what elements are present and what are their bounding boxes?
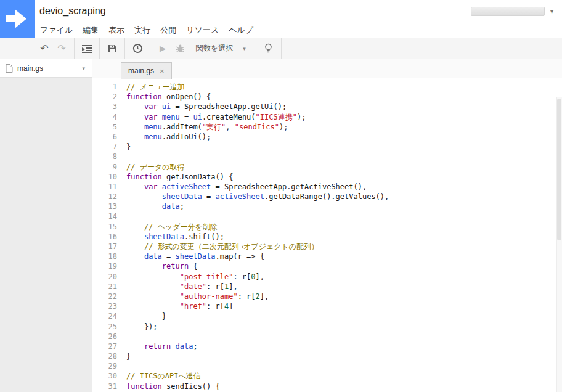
line-number: 30 <box>92 371 117 381</box>
run-icon: ▶ <box>160 44 166 53</box>
line-number: 18 <box>92 251 117 261</box>
code-line: "author-name": r[2], <box>126 292 553 301</box>
tab-close-icon[interactable]: × <box>160 67 165 76</box>
code-line: }); <box>126 322 553 332</box>
scrollbar-thumb[interactable] <box>557 99 561 240</box>
tab-label: main.gs <box>128 67 154 75</box>
code-editor[interactable]: 1234567891011121314151617181920212223242… <box>92 78 562 392</box>
menu-help[interactable]: ヘルプ <box>224 22 258 38</box>
code-line: // 形式の変更（二次元配列→オブジェクトの配列） <box>126 242 553 251</box>
line-number: 19 <box>92 261 117 271</box>
hint-button[interactable] <box>260 40 277 57</box>
undo-icon: ↶ <box>40 43 48 54</box>
file-icon <box>6 64 13 73</box>
code-line: "post-title": r[0], <box>126 272 553 282</box>
code-line: "date": r[1], <box>126 282 553 292</box>
line-number: 29 <box>92 361 117 371</box>
apps-script-editor: devio_scraping ファイル 編集 表示 実行 公開 リソース ヘルプ… <box>0 0 562 392</box>
code-line: var menu = ui.createMenu("IICS連携"); <box>126 112 553 122</box>
menu-file[interactable]: ファイル <box>35 22 78 38</box>
file-menu-caret-icon[interactable]: ▾ <box>81 64 86 73</box>
line-number: 17 <box>92 242 117 251</box>
line-number: 5 <box>92 122 117 132</box>
lightbulb-icon <box>264 43 272 54</box>
menu-bar: ファイル 編集 表示 実行 公開 リソース ヘルプ <box>35 22 258 38</box>
line-number: 14 <box>92 211 117 221</box>
code-line: data = sheetData.map(r => { <box>126 251 553 261</box>
sidebar-file-main-gs[interactable]: main.gs ▾ <box>0 59 92 78</box>
code-line: return { <box>126 261 553 271</box>
gutter: 1234567891011121314151617181920212223242… <box>92 82 117 391</box>
project-history-button[interactable] <box>129 40 146 57</box>
line-number: 16 <box>92 232 117 242</box>
debug-button[interactable] <box>171 40 189 57</box>
code-line: menu.addToUi(); <box>126 132 553 142</box>
redo-button[interactable]: ↷ <box>53 40 70 57</box>
code-line: function onOpen() { <box>126 92 553 102</box>
line-number: 12 <box>92 192 117 202</box>
apps-script-logo-icon <box>0 0 35 38</box>
toolbar-separator <box>124 38 125 59</box>
function-select-label: 関数を選択 <box>196 43 233 54</box>
indent-button[interactable] <box>78 40 96 57</box>
code-line: menu.addItem("実行", "sendIics"); <box>126 122 553 132</box>
code-lines: // メニュー追加function onOpen() { var ui = Sp… <box>126 82 553 391</box>
line-number: 3 <box>92 102 117 112</box>
account-menu[interactable]: ▾ <box>471 7 553 16</box>
line-number: 11 <box>92 182 117 192</box>
indent-icon <box>82 44 92 53</box>
line-number: 1 <box>92 82 117 92</box>
run-button[interactable]: ▶ <box>154 40 171 57</box>
account-email-redacted <box>471 7 545 16</box>
menu-publish[interactable]: 公開 <box>155 22 181 38</box>
project-title[interactable]: devio_scraping <box>39 6 106 17</box>
code-line: function getJsonData() { <box>126 172 553 182</box>
line-number: 22 <box>92 292 117 301</box>
history-clock-icon <box>132 43 143 54</box>
line-number: 24 <box>92 311 117 321</box>
caret-down-icon: ▾ <box>243 46 246 52</box>
toolbar-separator <box>99 38 100 59</box>
line-number: 31 <box>92 382 117 391</box>
save-button[interactable] <box>104 40 121 57</box>
toolbar-separator <box>74 38 75 59</box>
code-line: "href": r[4] <box>126 301 553 311</box>
code-line: sheetData = activeSheet.getDataRange().g… <box>126 192 553 202</box>
toolbar-separator <box>256 38 256 59</box>
editor-area: main.gs × 123456789101112131415161718192… <box>92 59 562 392</box>
editor-scrollbar[interactable] <box>556 97 562 392</box>
code-line: // ヘッダー分を削除 <box>126 222 553 232</box>
toolbar-separator <box>281 38 282 59</box>
arrow-right-icon <box>0 0 35 38</box>
line-number: 8 <box>92 152 117 161</box>
line-number: 13 <box>92 202 117 211</box>
bug-icon <box>176 44 185 53</box>
code-line <box>126 211 553 221</box>
code-line <box>126 332 553 341</box>
toolbar-separator <box>150 38 150 59</box>
menu-view[interactable]: 表示 <box>104 22 129 38</box>
toolbar: ↶ ↷ <box>0 38 562 59</box>
code-line <box>126 152 553 161</box>
code-line: } <box>126 351 553 361</box>
menu-run[interactable]: 実行 <box>129 22 155 38</box>
redo-icon: ↷ <box>57 43 65 54</box>
undo-button[interactable]: ↶ <box>36 40 53 57</box>
code-line: var ui = SpreadsheetApp.getUi(); <box>126 102 553 112</box>
line-number: 6 <box>92 132 117 142</box>
menu-edit[interactable]: 編集 <box>78 22 104 38</box>
files-sidebar: main.gs ▾ <box>0 59 92 392</box>
function-select-dropdown[interactable]: 関数を選択 ▾ <box>189 40 252 57</box>
code-line: var activeSheet = SpreadsheetApp.getActi… <box>126 182 553 192</box>
menu-resources[interactable]: リソース <box>181 22 224 38</box>
line-number: 28 <box>92 351 117 361</box>
code-line: return data; <box>126 341 553 351</box>
line-number: 4 <box>92 112 117 122</box>
line-number: 23 <box>92 301 117 311</box>
line-number: 9 <box>92 162 117 172</box>
code-line: function sendIics() { <box>126 382 553 391</box>
tab-main-gs[interactable]: main.gs × <box>121 62 172 79</box>
line-number: 2 <box>92 92 117 102</box>
line-number: 20 <box>92 272 117 282</box>
code-line: // データの取得 <box>126 162 553 172</box>
